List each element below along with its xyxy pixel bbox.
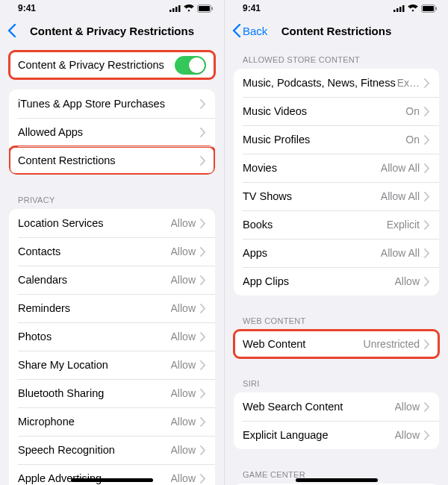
row-location-services[interactable]: Location ServicesAllow bbox=[9, 209, 215, 237]
row-label: Reminders bbox=[18, 302, 171, 314]
row-value: Explicit bbox=[387, 219, 420, 231]
status-time: 9:41 bbox=[243, 3, 261, 13]
row-label: Contacts bbox=[18, 245, 171, 257]
nav-bar: Back Content Restrictions bbox=[225, 16, 448, 45]
row-label: Music, Podcasts, News, Fitness bbox=[243, 77, 397, 89]
row-bluetooth[interactable]: Bluetooth SharingAllow bbox=[9, 379, 215, 407]
chevron-right-icon bbox=[200, 474, 206, 484]
row-label: Content Restrictions bbox=[18, 154, 200, 166]
chevron-right-icon bbox=[424, 248, 430, 258]
chevron-right-icon bbox=[200, 156, 206, 166]
toggle-switch[interactable] bbox=[175, 56, 206, 75]
row-label: iTunes & App Store Purchases bbox=[18, 98, 200, 110]
row-label: Allowed Apps bbox=[18, 126, 200, 138]
status-bar: 9:41 bbox=[0, 0, 224, 16]
row-speech[interactable]: Speech RecognitionAllow bbox=[9, 436, 215, 464]
row-label: Bluetooth Sharing bbox=[18, 387, 171, 399]
section-header-privacy: PRIVACY bbox=[9, 185, 215, 209]
row-reminders[interactable]: RemindersAllow bbox=[9, 294, 215, 322]
section-header-web: WEB CONTENT bbox=[234, 306, 439, 330]
row-value: Allow bbox=[171, 331, 196, 342]
row-content-restrictions[interactable]: Content Restrictions bbox=[9, 146, 215, 175]
status-icons bbox=[169, 4, 214, 13]
row-label: Photos bbox=[18, 331, 171, 342]
row-web-content[interactable]: Web ContentUnrestricted bbox=[234, 330, 439, 358]
row-calendars[interactable]: CalendarsAllow bbox=[9, 266, 215, 294]
wifi-icon bbox=[408, 4, 418, 12]
svg-rect-1 bbox=[172, 8, 175, 12]
row-movies[interactable]: MoviesAllow All bbox=[234, 154, 439, 182]
settings-group: iTunes & App Store Purchases Allowed App… bbox=[9, 90, 215, 175]
chevron-right-icon bbox=[200, 304, 206, 313]
svg-rect-9 bbox=[399, 7, 402, 12]
section-header-store: ALLOWED STORE CONTENT bbox=[234, 45, 439, 69]
row-label: Music Videos bbox=[243, 105, 405, 117]
row-label: Share My Location bbox=[18, 359, 171, 371]
chevron-right-icon bbox=[200, 360, 206, 370]
row-label: Books bbox=[243, 219, 387, 231]
row-apps[interactable]: AppsAllow All bbox=[234, 239, 439, 267]
row-label: Web Content bbox=[243, 338, 364, 350]
cellular-icon bbox=[393, 4, 405, 12]
chevron-right-icon bbox=[424, 431, 430, 440]
row-label: Movies bbox=[243, 162, 381, 174]
svg-rect-10 bbox=[402, 5, 405, 12]
row-books[interactable]: BooksExplicit bbox=[234, 210, 439, 239]
row-value: On bbox=[405, 105, 420, 117]
row-share-location[interactable]: Share My LocationAllow bbox=[9, 351, 215, 379]
row-tv-shows[interactable]: TV ShowsAllow All bbox=[234, 182, 439, 210]
svg-rect-7 bbox=[393, 10, 396, 12]
row-label: App Clips bbox=[243, 275, 395, 287]
row-label: Speech Recognition bbox=[18, 444, 171, 456]
row-music-videos[interactable]: Music VideosOn bbox=[234, 97, 439, 125]
battery-icon bbox=[197, 4, 214, 13]
row-value: Allow All bbox=[381, 190, 420, 202]
chevron-right-icon bbox=[424, 402, 430, 412]
master-toggle-row[interactable]: Content & Privacy Restrictions bbox=[9, 51, 215, 79]
row-value: Allow bbox=[171, 245, 196, 257]
row-allowed-apps[interactable]: Allowed Apps bbox=[9, 118, 215, 146]
row-music-podcasts[interactable]: Music, Podcasts, News, FitnessEx… bbox=[234, 69, 439, 97]
row-itunes-purchases[interactable]: iTunes & App Store Purchases bbox=[9, 90, 215, 118]
row-value: Unrestricted bbox=[364, 338, 420, 350]
chevron-right-icon bbox=[200, 445, 206, 455]
row-microphone[interactable]: MicrophoneAllow bbox=[9, 407, 215, 436]
chevron-right-icon bbox=[200, 128, 206, 137]
row-label: Explicit Language bbox=[243, 429, 395, 441]
row-value: Allow bbox=[171, 302, 196, 314]
row-app-clips[interactable]: App ClipsAllow bbox=[234, 267, 439, 295]
svg-rect-0 bbox=[169, 10, 172, 12]
section-header-siri: SIRI bbox=[234, 369, 439, 392]
home-indicator[interactable] bbox=[296, 478, 378, 482]
row-value: Allow bbox=[171, 416, 196, 428]
chevron-right-icon bbox=[200, 219, 206, 228]
right-pane: 9:41 Back Content Restrictions ALLOWED S… bbox=[224, 0, 448, 485]
status-bar: 9:41 bbox=[225, 0, 448, 16]
row-label: Music Profiles bbox=[243, 134, 405, 146]
row-contacts[interactable]: ContactsAllow bbox=[9, 237, 215, 266]
privacy-group: Location ServicesAllow ContactsAllow Cal… bbox=[9, 209, 215, 485]
battery-icon bbox=[421, 4, 438, 13]
chevron-right-icon bbox=[424, 135, 430, 145]
row-label: Location Services bbox=[18, 217, 171, 229]
row-photos[interactable]: PhotosAllow bbox=[9, 322, 215, 351]
back-button[interactable]: Back bbox=[232, 24, 267, 37]
row-music-profiles[interactable]: Music ProfilesOn bbox=[234, 125, 439, 154]
row-value: Allow bbox=[171, 217, 196, 229]
chevron-right-icon bbox=[424, 192, 430, 201]
master-toggle-group: Content & Privacy Restrictions bbox=[9, 51, 215, 79]
svg-rect-2 bbox=[175, 7, 178, 12]
row-value: Ex… bbox=[397, 77, 420, 89]
row-web-search[interactable]: Web Search ContentAllow bbox=[234, 392, 439, 421]
back-button[interactable] bbox=[7, 24, 16, 37]
row-value: Allow bbox=[171, 387, 196, 399]
row-label: Apps bbox=[243, 247, 381, 259]
row-value: Allow All bbox=[381, 162, 420, 174]
svg-rect-5 bbox=[199, 6, 210, 11]
chevron-right-icon bbox=[200, 275, 206, 285]
row-value: Allow bbox=[171, 359, 196, 371]
home-indicator[interactable] bbox=[71, 478, 153, 482]
row-explicit-language[interactable]: Explicit LanguageAllow bbox=[234, 421, 439, 449]
row-value: Allow All bbox=[381, 247, 420, 259]
chevron-right-icon bbox=[424, 220, 430, 230]
